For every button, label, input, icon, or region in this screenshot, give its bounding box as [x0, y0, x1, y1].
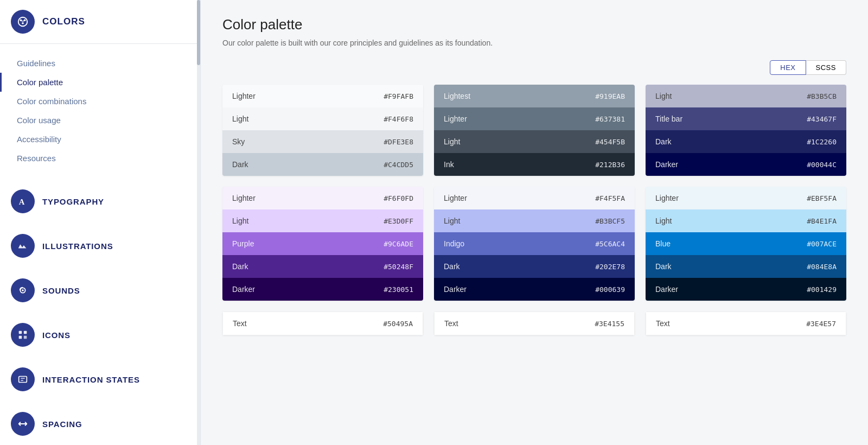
swatch-blue-dark: Dark #084E8A — [646, 255, 846, 278]
sounds-label: SOUNDS — [42, 286, 80, 295]
page-title: Color palette — [222, 16, 846, 33]
sidebar-item-color-combinations[interactable]: Color combinations — [0, 92, 200, 111]
sounds-section[interactable]: SOUNDS — [0, 268, 200, 307]
spacing-section[interactable]: SPACING — [0, 401, 200, 440]
svg-rect-8 — [24, 331, 27, 334]
svg-rect-7 — [19, 331, 22, 334]
swatch-indigo-dark: Dark #202E78 — [434, 255, 635, 278]
icons-icon-circle — [11, 323, 35, 347]
swatch-blue-light: Light #B4E1FA — [646, 209, 846, 232]
swatch-blue-lighter: Lighter #EBF5FA — [646, 187, 846, 209]
typography-section[interactable]: A TYPOGRAPHY — [0, 179, 200, 218]
scrollbar-thumb[interactable] — [197, 0, 200, 65]
illustrations-section[interactable]: ILLUSTRATIONS — [0, 223, 200, 262]
swatch-light: Light #F4F6F8 — [222, 107, 423, 130]
color-card-neutral-light: Lighter #F9FAFB Light #F4F6F8 Sky #DFE3E… — [222, 85, 423, 176]
interaction-label: INTERACTION STATES — [42, 375, 140, 384]
main-content: Color palette Our color palette is built… — [201, 0, 868, 445]
swatch-purple-light: Light #E3D0FF — [222, 209, 423, 232]
swatch-purple: Purple #9C6ADE — [222, 232, 423, 255]
swatch-ink: Ink #212B36 — [434, 153, 635, 176]
swatch-blue: Blue #007ACE — [646, 232, 846, 255]
color-grid-row3: Text #50495A Text #3E4155 Text #3E4E57 — [222, 312, 846, 335]
color-card-text2: Text #3E4155 — [434, 312, 635, 335]
colors-icon-circle — [11, 10, 35, 34]
illustrations-label: ILLUSTRATIONS — [42, 241, 113, 251]
swatch-indigo-darker: Darker #000639 — [434, 278, 635, 301]
swatch-blue-darker: Darker #001429 — [646, 278, 846, 301]
swatch-purple-darker: Darker #230051 — [222, 278, 423, 301]
swatch-text3: Text #3E4E57 — [646, 312, 846, 335]
illustrations-icon-circle — [11, 234, 35, 258]
typography-icon-circle: A — [11, 189, 35, 213]
swatch-purple-lighter: Lighter #F6F0FD — [222, 187, 423, 209]
color-card-navy: Light #B3B5CB Title bar #43467F Dark #1C… — [646, 85, 846, 176]
color-card-neutral-dark: Lightest #919EAB Lighter #637381 Light #… — [434, 85, 635, 176]
sidebar-item-guidelines[interactable]: Guidelines — [0, 54, 200, 73]
sidebar-item-color-palette[interactable]: Color palette — [0, 73, 200, 92]
sidebar: COLORS Guidelines Color palette Color co… — [0, 0, 201, 445]
icons-section[interactable]: ICONS — [0, 312, 200, 351]
swatch-text1: Text #50495A — [222, 312, 423, 335]
color-card-indigo: Lighter #F4F5FA Light #B3BCF5 Indigo #5C… — [434, 187, 635, 301]
color-grid-row1: Lighter #F9FAFB Light #F4F6F8 Sky #DFE3E… — [222, 85, 846, 176]
swatch-sky: Sky #DFE3E8 — [222, 130, 423, 153]
swatch-light-dark: Light #454F5B — [434, 130, 635, 153]
svg-rect-10 — [24, 336, 27, 339]
swatch-lightest: Lightest #919EAB — [434, 85, 635, 107]
color-card-text1: Text #50495A — [222, 312, 423, 335]
interaction-states-section[interactable]: INTERACTION STATES — [0, 357, 200, 396]
scss-toggle-button[interactable]: SCSS — [806, 60, 846, 75]
swatch-navy-dark: Dark #1C2260 — [646, 130, 846, 153]
sidebar-nav: Guidelines Color palette Color combinati… — [0, 44, 200, 173]
svg-point-3 — [22, 22, 24, 24]
swatch-indigo-lighter: Lighter #F4F5FA — [434, 187, 635, 209]
color-card-blue: Lighter #EBF5FA Light #B4E1FA Blue #007A… — [646, 187, 846, 301]
sidebar-item-resources[interactable]: Resources — [0, 149, 200, 168]
swatch-navy-darker: Darker #00044C — [646, 153, 846, 176]
swatch-navy-light: Light #B3B5CB — [646, 85, 846, 107]
svg-point-6 — [22, 289, 24, 291]
sidebar-title: COLORS — [42, 16, 85, 27]
swatch-titlebar: Title bar #43467F — [646, 107, 846, 130]
hex-toggle-button[interactable]: HEX — [770, 60, 806, 75]
color-grid-row2: Lighter #F6F0FD Light #E3D0FF Purple #9C… — [222, 187, 846, 301]
swatch-dark: Dark #C4CDD5 — [222, 153, 423, 176]
swatch-lighter: Lighter #F9FAFB — [222, 85, 423, 107]
swatch-text2: Text #3E4155 — [434, 312, 635, 335]
swatch-indigo: Indigo #5C6AC4 — [434, 232, 635, 255]
interaction-icon-circle — [11, 367, 35, 391]
sounds-icon-circle — [11, 278, 35, 302]
spacing-icon-circle — [11, 412, 35, 436]
color-card-purple: Lighter #F6F0FD Light #E3D0FF Purple #9C… — [222, 187, 423, 301]
svg-text:A: A — [19, 198, 25, 206]
page-subtitle: Our color palette is built with our core… — [222, 39, 846, 47]
spacing-label: SPACING — [42, 419, 82, 429]
scrollbar-track — [197, 0, 200, 445]
format-toggle: HEX SCSS — [222, 60, 846, 75]
icons-label: ICONS — [42, 330, 71, 340]
svg-rect-11 — [19, 377, 27, 383]
swatch-lighter-dark: Lighter #637381 — [434, 107, 635, 130]
sidebar-header: COLORS — [0, 0, 200, 44]
swatch-indigo-light: Light #B3BCF5 — [434, 209, 635, 232]
swatch-purple-dark: Dark #50248F — [222, 255, 423, 278]
color-card-text3: Text #3E4E57 — [646, 312, 846, 335]
svg-rect-9 — [19, 336, 22, 339]
svg-point-0 — [18, 17, 28, 27]
typography-label: TYPOGRAPHY — [42, 197, 104, 206]
sidebar-item-color-usage[interactable]: Color usage — [0, 111, 200, 130]
sidebar-item-accessibility[interactable]: Accessibility — [0, 130, 200, 149]
